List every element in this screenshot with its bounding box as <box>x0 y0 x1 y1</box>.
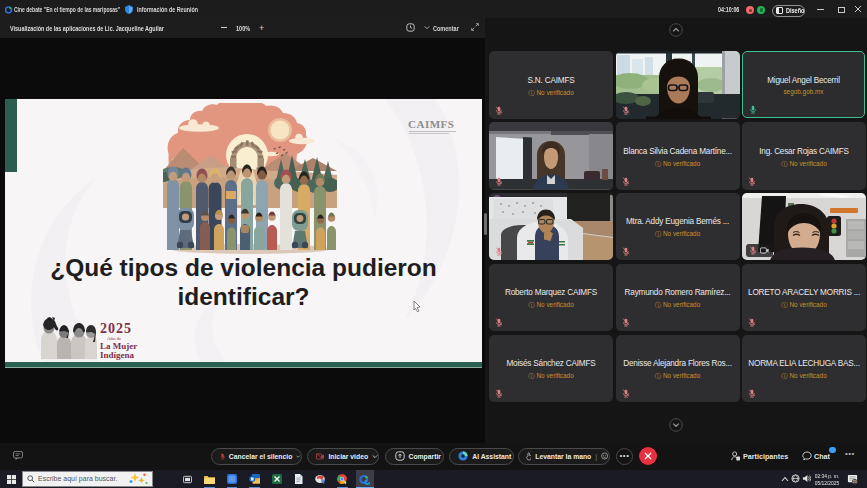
svg-text:21: 21 <box>853 479 858 484</box>
